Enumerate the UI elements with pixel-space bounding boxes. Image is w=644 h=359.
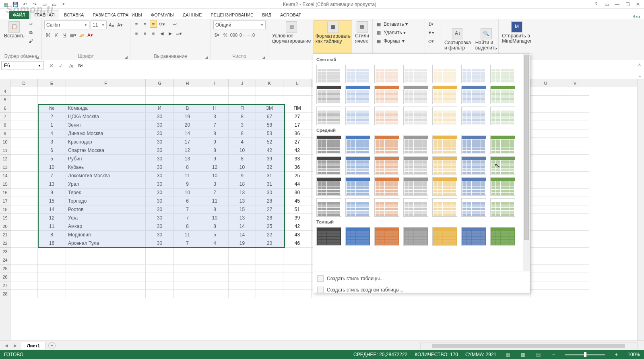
row-header[interactable]: 20 xyxy=(0,222,10,231)
cell-styles-button[interactable]: ▦ Стили ячеек xyxy=(353,21,371,58)
cell[interactable]: Рубин xyxy=(66,155,146,163)
cell[interactable] xyxy=(530,146,561,155)
cell[interactable]: 25 xyxy=(256,222,283,231)
cell[interactable] xyxy=(256,265,283,273)
table-style-thumb[interactable] xyxy=(432,107,457,125)
cell[interactable]: 25 xyxy=(283,172,312,180)
table-style-thumb[interactable] xyxy=(345,198,370,217)
cell[interactable]: 15 xyxy=(38,197,66,205)
cell[interactable] xyxy=(283,273,312,281)
cell[interactable] xyxy=(530,265,561,273)
cell[interactable] xyxy=(229,256,256,265)
cell[interactable] xyxy=(530,205,561,214)
cell[interactable] xyxy=(530,256,561,265)
cell[interactable] xyxy=(146,273,174,281)
row-header[interactable]: 13 xyxy=(0,163,10,172)
cell[interactable]: 12 xyxy=(174,146,201,155)
cell[interactable] xyxy=(530,121,561,129)
cell[interactable] xyxy=(201,248,229,256)
row-header[interactable]: 11 xyxy=(0,146,10,155)
cell[interactable]: 30 xyxy=(146,214,174,222)
cell[interactable] xyxy=(561,214,589,222)
cell[interactable]: 19 xyxy=(174,113,201,121)
cell[interactable]: 8 xyxy=(229,129,256,138)
cell[interactable]: 4 xyxy=(201,239,229,248)
cell[interactable]: 28 xyxy=(256,197,283,205)
column-header[interactable]: F xyxy=(66,79,146,87)
cell[interactable] xyxy=(10,104,38,113)
cell[interactable] xyxy=(38,273,66,281)
bold-button[interactable]: Ж xyxy=(44,31,52,39)
cell[interactable] xyxy=(66,265,146,273)
cell[interactable]: 44 xyxy=(283,180,312,189)
table-style-thumb[interactable] xyxy=(403,135,428,154)
table-style-thumb[interactable] xyxy=(374,227,399,246)
cell[interactable] xyxy=(229,265,256,273)
align-center-icon[interactable]: ≡ xyxy=(141,30,149,37)
qat-icon2[interactable]: ▭ xyxy=(51,1,57,8)
row-header[interactable]: 5 xyxy=(0,96,10,104)
cell[interactable]: 39 xyxy=(283,214,312,222)
cell[interactable]: 7 xyxy=(201,121,229,129)
cell[interactable] xyxy=(66,96,146,104)
align-middle-icon[interactable]: ≡ xyxy=(141,21,149,28)
cell[interactable] xyxy=(201,265,229,273)
row-header[interactable]: 16 xyxy=(0,189,10,197)
table-style-thumb[interactable] xyxy=(374,86,399,104)
cell[interactable]: 46 xyxy=(283,239,312,248)
cell[interactable] xyxy=(10,180,38,189)
cell[interactable]: 27 xyxy=(283,113,312,121)
cell[interactable]: 4 xyxy=(38,129,66,138)
format-cells-button[interactable]: ▦Формат ▾ xyxy=(375,37,422,45)
row-header[interactable]: 8 xyxy=(0,121,10,129)
cell[interactable]: 6 xyxy=(38,146,66,155)
cell[interactable] xyxy=(530,96,561,104)
cell[interactable] xyxy=(229,281,256,290)
cell[interactable]: 20 xyxy=(256,239,283,248)
cell[interactable] xyxy=(38,290,66,298)
cell[interactable]: 3 xyxy=(38,138,66,146)
cell[interactable]: 9 xyxy=(38,189,66,197)
cell[interactable] xyxy=(10,256,38,265)
cell[interactable]: 16 xyxy=(38,239,66,248)
table-style-thumb[interactable] xyxy=(461,135,486,154)
table-style-thumb[interactable] xyxy=(432,65,457,83)
table-style-thumb[interactable] xyxy=(403,198,428,217)
cut-icon[interactable]: ✂ xyxy=(27,21,35,28)
row-header[interactable]: 23 xyxy=(0,248,10,256)
table-style-thumb[interactable] xyxy=(316,86,341,104)
autosum-icon[interactable]: Σ▾ xyxy=(427,21,435,28)
column-header[interactable]: J xyxy=(229,79,256,87)
zoom-slider[interactable] xyxy=(565,354,605,355)
cell[interactable]: 11 xyxy=(174,231,201,239)
align-dialog-icon[interactable]: ◢ xyxy=(205,55,208,59)
align-bottom-icon[interactable]: ≡ xyxy=(150,21,157,28)
cell[interactable]: 8 xyxy=(229,155,256,163)
cell[interactable] xyxy=(561,155,589,163)
column-header[interactable]: K xyxy=(256,79,283,87)
cell[interactable]: 3 xyxy=(201,113,229,121)
cell[interactable]: 18 xyxy=(229,180,256,189)
cell[interactable] xyxy=(174,265,201,273)
cell[interactable]: 8 xyxy=(38,231,66,239)
cell[interactable]: 9 xyxy=(201,155,229,163)
maximize-icon[interactable]: ☐ xyxy=(623,2,632,7)
row-header[interactable]: 18 xyxy=(0,205,10,214)
cell[interactable]: Торпедо xyxy=(66,197,146,205)
indent-inc-icon[interactable]: ▶ xyxy=(167,30,174,37)
table-style-thumb[interactable] xyxy=(432,227,457,246)
cell[interactable] xyxy=(530,281,561,290)
accounting-icon[interactable]: $▾ xyxy=(213,31,221,39)
table-style-thumb[interactable] xyxy=(345,86,370,104)
table-style-thumb[interactable] xyxy=(316,156,341,175)
cell[interactable] xyxy=(256,281,283,290)
inc-decimal-icon[interactable]: .0→ xyxy=(239,31,246,39)
delete-cells-button[interactable]: ▦Удалить ▾ xyxy=(375,29,422,36)
cell[interactable]: 30 xyxy=(146,146,174,155)
underline-button[interactable]: Ч xyxy=(61,31,68,39)
cell[interactable] xyxy=(66,248,146,256)
clear-icon[interactable]: ◇▾ xyxy=(427,37,435,45)
cell[interactable]: 10 xyxy=(38,163,66,172)
row-header[interactable]: 22 xyxy=(0,239,10,248)
table-style-thumb[interactable] xyxy=(403,156,428,175)
